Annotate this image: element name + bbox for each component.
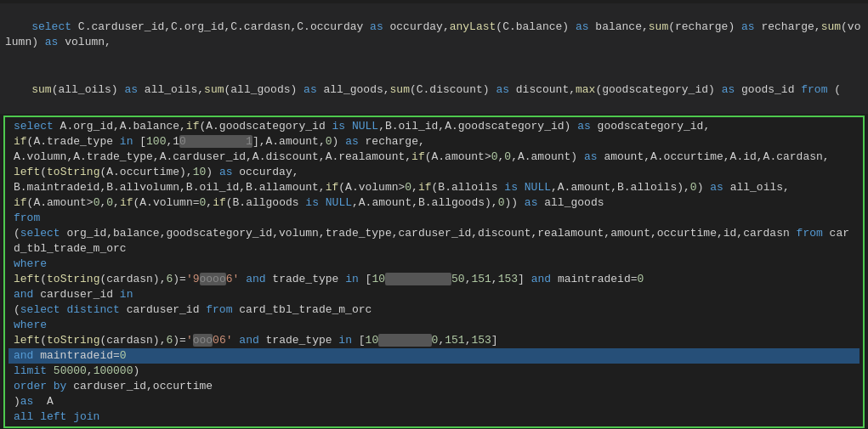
green-line-10: left(toString(cardasn),6)='9oooo6' and t… xyxy=(9,272,859,287)
green-line-2: if(A.trade_type in [100,10 1],A.amount,0… xyxy=(9,134,859,150)
green-line-order: order by carduser_id,occurtime xyxy=(9,379,859,394)
green-line-as-a: )as A xyxy=(9,394,859,409)
code-editor: select C.carduser_id,C.org_id,C.cardasn,… xyxy=(0,0,868,429)
green-line-and: and maintradeid=0 xyxy=(9,348,859,364)
outer-select-line1: select C.carduser_id,C.org_id,C.cardasn,… xyxy=(0,3,868,66)
green-line-5: B.maintradeid,B.allvolumn,B.oil_id,B.all… xyxy=(9,180,859,195)
green-line-8: (select org_id,balance,goodscategory_id,… xyxy=(9,226,859,257)
green-line-1: select A.org_id,A.balance,if(A.goodscate… xyxy=(9,119,859,134)
green-line-14: left(toString(cardasn),6)='ooo06' and tr… xyxy=(9,333,859,348)
green-section: select A.org_id,A.balance,if(A.goodscate… xyxy=(3,116,865,428)
green-line-9: where xyxy=(9,257,859,272)
green-line-12: (select distinct carduser_id from card_t… xyxy=(9,302,859,318)
green-line-limit: limit 50000,100000) xyxy=(9,364,859,379)
green-line-3: A.volumn,A.trade_type,A.carduser_id,A.di… xyxy=(9,150,859,165)
green-line-11: and carduser_id in xyxy=(9,287,859,302)
green-line-join: all left join xyxy=(9,409,859,425)
green-line-6: if(A.amount>0,0,if(A.volumn=0,if(B.allgo… xyxy=(9,195,859,211)
green-line-7: from xyxy=(9,211,859,226)
green-line-13: where xyxy=(9,318,859,333)
green-line-4: left(toString(A.occurtime),10) as occurd… xyxy=(9,165,859,180)
outer-select-line2: sum(all_oils) as all_oils,sum(all_goods)… xyxy=(0,66,868,114)
